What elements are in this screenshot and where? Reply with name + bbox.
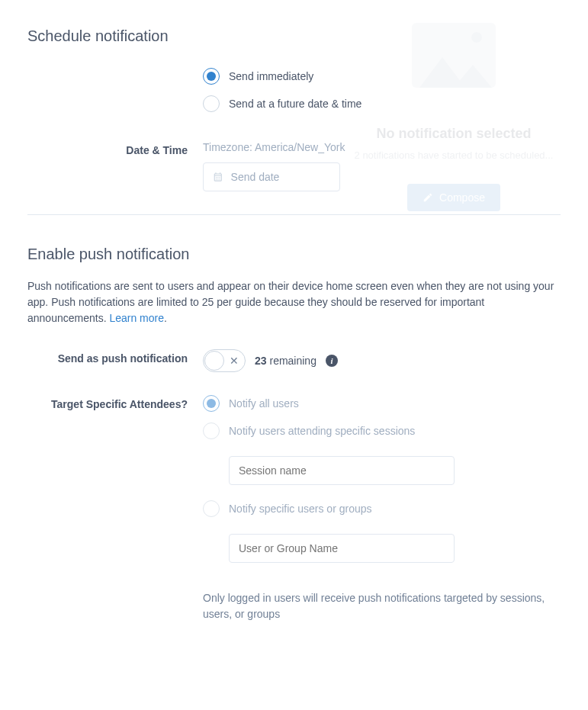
radio-notify-sessions[interactable]: Notify users attending specific sessions bbox=[203, 422, 561, 439]
radio-label: Notify users attending specific sessions bbox=[229, 425, 415, 437]
radio-icon bbox=[203, 500, 220, 517]
send-as-push-label: Send as push notification bbox=[27, 349, 203, 365]
send-date-input[interactable] bbox=[231, 171, 330, 183]
remaining-count: 23 remaining bbox=[255, 355, 316, 367]
close-icon: ✕ bbox=[230, 355, 239, 366]
calendar-icon bbox=[213, 171, 223, 183]
radio-send-immediately[interactable]: Send immediately bbox=[203, 68, 561, 85]
radio-label: Send immediately bbox=[229, 70, 313, 82]
session-name-input[interactable] bbox=[229, 456, 455, 485]
radio-icon bbox=[203, 395, 220, 412]
radio-icon bbox=[203, 422, 220, 439]
datetime-label: Date & Time bbox=[27, 141, 203, 156]
section-divider bbox=[27, 214, 561, 215]
radio-icon bbox=[203, 95, 220, 112]
user-group-input[interactable] bbox=[229, 534, 455, 563]
radio-notify-all[interactable]: Notify all users bbox=[203, 395, 561, 412]
push-note-text: Only logged in users will receive push n… bbox=[203, 590, 561, 622]
radio-label: Notify all users bbox=[229, 397, 299, 410]
radio-send-future[interactable]: Send at a future date & time bbox=[203, 95, 561, 112]
send-date-input-wrapper[interactable] bbox=[203, 162, 340, 191]
info-icon[interactable]: i bbox=[326, 355, 338, 367]
radio-label: Notify specific users or groups bbox=[229, 503, 372, 515]
push-toggle[interactable]: ✕ bbox=[203, 349, 246, 372]
toggle-knob bbox=[204, 351, 224, 371]
push-section-title: Enable push notification bbox=[27, 246, 561, 263]
radio-label: Send at a future date & time bbox=[229, 98, 361, 110]
radio-icon bbox=[203, 68, 220, 85]
target-attendees-label: Target Specific Attendees? bbox=[27, 395, 203, 410]
radio-notify-users[interactable]: Notify specific users or groups bbox=[203, 500, 561, 517]
learn-more-link[interactable]: Learn more bbox=[109, 312, 164, 324]
push-description: Push notifications are sent to users and… bbox=[27, 278, 561, 326]
schedule-section-title: Schedule notification bbox=[27, 27, 561, 45]
timezone-text: Timezone: America/New_York bbox=[203, 141, 561, 153]
